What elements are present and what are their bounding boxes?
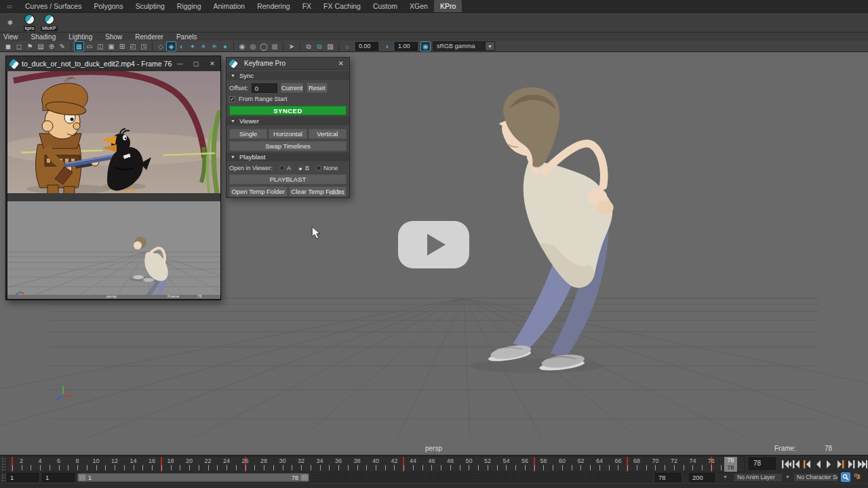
keyframe-pro-titlebar[interactable]: Keyframe Pro ✕ <box>226 58 349 70</box>
step-forward-frame-button[interactable] <box>846 458 856 470</box>
shaded-icon[interactable]: ◈ <box>166 41 176 52</box>
panel-menu-shading[interactable]: Shading <box>31 33 56 41</box>
video-window-titlebar[interactable]: to_duck_or_not_to_duck_edit2.mp4 - Frame… <box>6 56 220 71</box>
image-plane-icon[interactable]: ▤ <box>35 41 46 52</box>
snapshot-layer-icon[interactable]: ⧉ <box>314 41 325 52</box>
step-back-frame-button[interactable] <box>791 458 802 470</box>
video-play-button[interactable] <box>398 221 469 268</box>
from-range-start-checkbox[interactable]: ✓ <box>229 96 235 102</box>
close-icon[interactable]: ✕ <box>204 56 220 71</box>
panel-menu-lighting[interactable]: Lighting <box>68 33 92 41</box>
close-icon[interactable]: ✕ <box>336 60 346 67</box>
shelf-tab-rendering[interactable]: Rendering <box>251 0 296 12</box>
vertical-viewer-button[interactable]: Vertical <box>309 129 347 139</box>
safe-action-icon[interactable]: ◰ <box>127 41 138 52</box>
current-time-field[interactable]: 78 <box>749 458 776 470</box>
color-management-icon[interactable]: ◉ <box>420 41 431 52</box>
viewer-section-header[interactable]: ▼ Viewer <box>226 117 349 125</box>
shelf-button-mtokp[interactable]: MtoKP <box>40 13 58 32</box>
xray-icon[interactable]: ▩ <box>269 41 280 52</box>
play-forwards-button[interactable] <box>824 458 835 470</box>
chevron-down-icon[interactable]: ▼ <box>785 474 790 479</box>
shelf-tab-xgen[interactable]: XGen <box>403 0 434 12</box>
contrast-icon[interactable]: ◑ <box>381 41 392 52</box>
shelf-tab-fx[interactable]: FX <box>296 0 317 12</box>
shelf-tab-custom[interactable]: Custom <box>367 0 403 12</box>
shelf-tab-animation[interactable]: Animation <box>207 0 251 12</box>
current-button[interactable]: Current <box>281 83 303 93</box>
ambient-occlusion-icon[interactable]: ☀ <box>209 41 220 52</box>
timeline-grip-handle[interactable] <box>1 458 5 471</box>
viewer-radio-b[interactable] <box>298 165 303 171</box>
maximize-icon[interactable]: ▢ <box>188 56 204 71</box>
playback-range-slider[interactable]: 1 78 <box>77 473 309 482</box>
exposure-field[interactable]: 0.00 <box>355 42 378 51</box>
panel-menu-renderer[interactable]: Renderer <box>135 33 163 41</box>
shelf-tab-rigging[interactable]: Rigging <box>171 0 208 12</box>
viewer-radio-none[interactable] <box>316 165 321 171</box>
go-to-end-button[interactable] <box>856 458 867 470</box>
image-plane-edit-icon[interactable]: ▨ <box>325 41 336 52</box>
range-grip-handle[interactable] <box>1 474 5 482</box>
shelf-tab-kpro[interactable]: KPro <box>434 0 462 12</box>
shelf-menu-icon[interactable]: ▭ <box>0 0 19 12</box>
single-viewer-button[interactable]: Single <box>229 129 267 139</box>
swap-timelines-button[interactable]: Swap Timelines <box>229 141 347 151</box>
playback-start-field[interactable]: 1 <box>42 473 75 482</box>
snapshot-icon[interactable]: ⧉ <box>303 41 314 52</box>
horizontal-viewer-button[interactable]: Horizontal <box>269 129 307 139</box>
motion-blur-icon[interactable]: ● <box>220 41 231 52</box>
panel-menu-view[interactable]: View <box>3 33 18 41</box>
anim-layer-menu[interactable]: No Anim Layer <box>734 473 783 482</box>
shadows-icon[interactable]: ✶ <box>198 41 209 52</box>
color-space-dropdown[interactable]: sRGB gamma▼ <box>433 41 495 51</box>
synced-button[interactable]: SYNCED <box>229 106 347 115</box>
pan-zoom-icon[interactable]: ⊕ <box>46 41 57 52</box>
isolate-select-icon[interactable]: ◯ <box>258 41 269 52</box>
shelf-tab-fx-caching[interactable]: FX Caching <box>317 0 367 12</box>
range-end-handle[interactable] <box>301 474 308 481</box>
multisample-icon[interactable]: ◉ <box>237 41 248 52</box>
cursor-tool-icon[interactable]: ➤ <box>286 41 297 52</box>
playblast-button[interactable]: PLAYBLAST <box>229 174 347 184</box>
select-camera-icon[interactable]: ◼ <box>3 41 14 52</box>
resolution-gate-icon[interactable]: ◫ <box>95 41 106 52</box>
animation-start-field[interactable]: 1 <box>7 473 39 482</box>
step-forward-key-button[interactable] <box>835 458 846 470</box>
grease-pencil-icon[interactable]: ✎ <box>57 41 68 52</box>
grid-icon[interactable]: ▦ <box>74 41 84 52</box>
animation-preferences-icon[interactable] <box>852 472 863 482</box>
sync-section-header[interactable]: ▼ Sync <box>226 71 349 80</box>
gamma-field[interactable]: 1.00 <box>395 42 418 51</box>
video-reference-window[interactable]: to_duck_or_not_to_duck_edit2.mp4 - Frame… <box>5 56 221 300</box>
auto-keyframe-icon[interactable] <box>841 472 850 482</box>
go-to-start-button[interactable] <box>781 458 791 470</box>
panel-menu-show[interactable]: Show <box>105 33 122 41</box>
timeline-current-frame[interactable]: 7878 <box>724 457 738 472</box>
keyframe-pro-window[interactable]: Keyframe Pro ✕ ▼ Sync Offset: 0 Current … <box>226 57 350 198</box>
time-slider[interactable]: 2468101214161820222426283032343638404244… <box>7 456 745 472</box>
offset-field[interactable]: 0 <box>252 83 277 93</box>
chevron-down-icon[interactable]: ▼ <box>486 41 495 51</box>
depth-of-field-icon[interactable]: ◎ <box>248 41 258 52</box>
lighting-icon[interactable]: ✦ <box>187 41 198 52</box>
step-back-key-button[interactable] <box>802 458 813 470</box>
bookmark-icon[interactable]: ⚑ <box>24 41 35 52</box>
safe-title-icon[interactable]: ◳ <box>138 41 149 52</box>
range-start-handle[interactable] <box>79 474 85 481</box>
chevron-down-icon[interactable]: ▼ <box>723 474 728 479</box>
open-temp-folder-button[interactable]: Open Temp Folder <box>229 186 288 197</box>
shelf-tab-curves-surfaces[interactable]: Curves / Surfaces <box>19 0 87 12</box>
viewer-radio-a[interactable] <box>279 165 285 171</box>
film-gate-icon[interactable]: ▭ <box>84 41 95 52</box>
character-set-menu[interactable]: No Character Set <box>793 473 838 482</box>
exposure-icon[interactable]: ☼ <box>342 41 353 52</box>
gate-mask-icon[interactable]: ▣ <box>106 41 117 52</box>
shelf-button-kpro[interactable]: kpro <box>20 13 39 32</box>
field-chart-icon[interactable]: ⊞ <box>117 41 127 52</box>
playblast-section-header[interactable]: ▼ Playblast <box>226 152 349 161</box>
playback-end-field[interactable]: 78 <box>655 473 681 482</box>
play-backwards-button[interactable] <box>813 458 824 470</box>
panel-menu-panels[interactable]: Panels <box>176 33 197 41</box>
reset-button[interactable]: Reset <box>307 83 328 93</box>
